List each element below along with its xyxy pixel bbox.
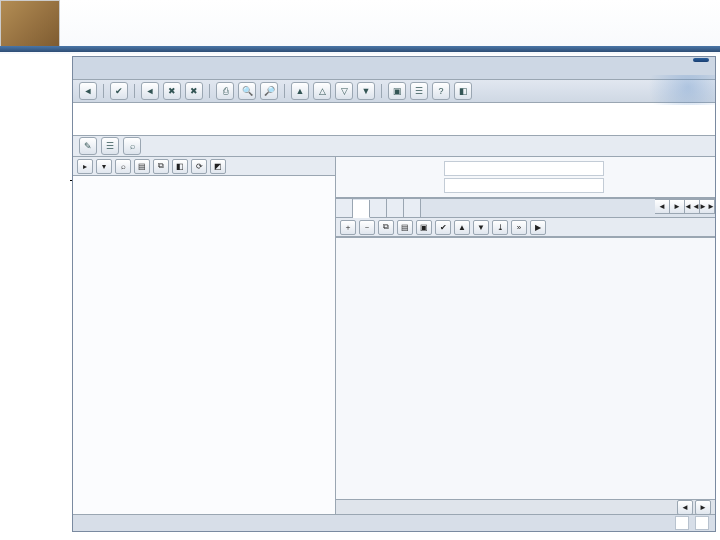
collapse-all-button[interactable]: ▾ (96, 159, 112, 174)
grid-hscrollbar[interactable]: ◄ ► (336, 499, 715, 514)
where-used-button[interactable]: ⌕ (123, 137, 141, 155)
tab-transactions[interactable] (336, 199, 353, 217)
tab-development[interactable] (370, 199, 387, 217)
structure-tree[interactable] (73, 176, 335, 514)
prev-page-button[interactable]: △ (313, 82, 331, 100)
status-system (675, 516, 689, 530)
status-host (695, 516, 709, 530)
detail-pane: ◄ ► ◄◄ ►► ＋ － ⧉ ▤ ▣ ✔ ▲ ▼ ⤓ » (336, 157, 715, 514)
grid-detail-button[interactable]: ▣ (416, 220, 432, 235)
nav-cancel-button[interactable]: ✖ (185, 82, 203, 100)
sap-logo (693, 58, 709, 62)
print-button[interactable]: ⎙ (216, 82, 234, 100)
tab-first-button[interactable]: ◄◄ (685, 199, 700, 214)
find-next-button[interactable]: 🔎 (260, 82, 278, 100)
anno-processes (2, 275, 6, 277)
info-scenario-label (342, 161, 438, 176)
back-button[interactable]: ◄ (79, 82, 97, 100)
other-project-button[interactable]: ☰ (101, 137, 119, 155)
tree-toolbar: ▸ ▾ ⌕ ▤ ⧉ ◧ ⟳ ◩ (73, 157, 335, 176)
corner-photo (0, 0, 60, 50)
first-page-button[interactable]: ▲ (291, 82, 309, 100)
tab-messages[interactable] (404, 199, 421, 217)
sap-window: ◄ ✔ ◄ ✖ ✖ ⎙ 🔍 🔎 ▲ △ ▽ ▼ ▣ ☰ ? ◧ ✎ (72, 56, 716, 532)
status-bar (73, 514, 715, 531)
info-process-label (342, 178, 438, 193)
tree-layout-button[interactable]: ◧ (172, 159, 188, 174)
grid-scroll-left-button[interactable]: ◄ (677, 500, 693, 515)
save-button[interactable]: ✔ (110, 82, 128, 100)
standard-toolbar: ◄ ✔ ◄ ✖ ✖ ⎙ 🔍 🔎 ▲ △ ▽ ▼ ▣ ☰ ? ◧ (73, 80, 715, 103)
context-info (336, 157, 715, 198)
info-process-value (444, 178, 604, 193)
display-change-button[interactable]: ✎ (79, 137, 97, 155)
shortcut-button[interactable]: ☰ (410, 82, 428, 100)
last-page-button[interactable]: ▼ (357, 82, 375, 100)
grid-toolbar: ＋ － ⧉ ▤ ▣ ✔ ▲ ▼ ⤓ » ▶ (336, 218, 715, 237)
menu-bar (73, 57, 715, 80)
grid-down-button[interactable]: ▼ (473, 220, 489, 235)
new-session-button[interactable]: ▣ (388, 82, 406, 100)
grid-where-button[interactable]: » (511, 220, 527, 235)
application-toolbar: ✎ ☰ ⌕ (73, 136, 715, 157)
expand-all-button[interactable]: ▸ (77, 159, 93, 174)
tree-legend-button[interactable]: ◩ (210, 159, 226, 174)
layout-button[interactable]: ◧ (454, 82, 472, 100)
banner-stripe (0, 46, 720, 52)
detail-tabstrip: ◄ ► ◄◄ ►► (336, 198, 715, 218)
grid-scroll-right-button[interactable]: ► (695, 500, 711, 515)
tree-find-button[interactable]: ⌕ (115, 159, 131, 174)
page-title (73, 103, 715, 136)
tab-last-button[interactable]: ►► (700, 199, 715, 214)
tree-copy-button[interactable]: ⧉ (153, 159, 169, 174)
tab-scroll-right-button[interactable]: ► (670, 199, 685, 214)
next-page-button[interactable]: ▽ (335, 82, 353, 100)
tab-testcases[interactable] (387, 199, 404, 217)
tab-scroll-left-button[interactable]: ◄ (655, 199, 670, 214)
config-grid-wrap (336, 237, 715, 499)
grid-export-button[interactable]: ⤓ (492, 220, 508, 235)
grid-sort-button[interactable]: ▤ (397, 220, 413, 235)
nav-exit-button[interactable]: ✖ (163, 82, 181, 100)
tree-refresh-button[interactable]: ⟳ (191, 159, 207, 174)
grid-insert-button[interactable]: ＋ (340, 220, 356, 235)
anno-scenarios (2, 170, 6, 172)
sap-brand-swoosh (625, 75, 715, 105)
info-scenario-value (444, 161, 604, 176)
grid-check-button[interactable]: ✔ (435, 220, 451, 235)
tab-configuration[interactable] (353, 200, 370, 218)
find-button[interactable]: 🔍 (238, 82, 256, 100)
help-f1-button[interactable]: ? (432, 82, 450, 100)
structure-tree-pane: ▸ ▾ ⌕ ▤ ⧉ ◧ ⟳ ◩ (73, 157, 336, 514)
nav-back-button[interactable]: ◄ (141, 82, 159, 100)
grid-delete-button[interactable]: － (359, 220, 375, 235)
anno-steps (14, 388, 18, 390)
grid-copy-button[interactable]: ⧉ (378, 220, 394, 235)
grid-up-button[interactable]: ▲ (454, 220, 470, 235)
grid-execute-button[interactable]: ▶ (530, 220, 546, 235)
tree-filter-button[interactable]: ▤ (134, 159, 150, 174)
